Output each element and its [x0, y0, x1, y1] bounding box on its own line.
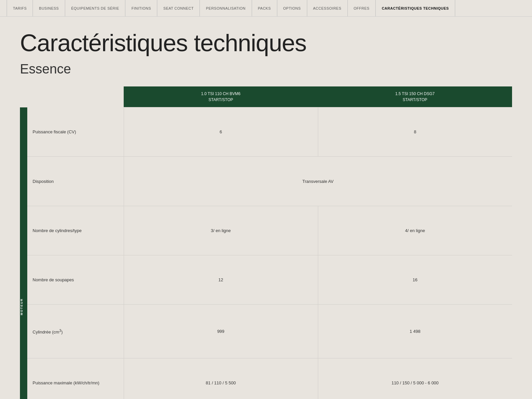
table-row: MOTEUR Puissance fiscale (CV) 6 8: [20, 107, 512, 157]
row-val2: 1 498: [318, 305, 512, 358]
row-label: Nombre de soupapes: [27, 255, 124, 305]
nav-tarifs[interactable]: TARIFS: [7, 0, 33, 16]
table-row: Disposition Transversale AV: [20, 157, 512, 206]
main-content: Caractéristiques techniques Essence 1.0 …: [0, 17, 532, 399]
moteur-category: MOTEUR: [20, 107, 27, 399]
nav-finitions[interactable]: FINITIONS: [125, 0, 157, 16]
nav-seat-connect[interactable]: SEAT CONNECT: [157, 0, 200, 16]
row-label: Puissance maximale (kW/ch/tr/mn): [27, 358, 124, 399]
row-label: Cylindrée (cm3): [27, 305, 124, 358]
nav-caracteristiques[interactable]: CARACTÉRISTIQUES TECHNIQUES: [376, 0, 455, 16]
nav-options[interactable]: OPTIONS: [277, 0, 307, 16]
col2-header: 1.5 TSI 150 CH DSG7START/STOP: [318, 86, 512, 107]
nav-accessoires[interactable]: ACCESSOIRES: [307, 0, 348, 16]
row-val1: 3/ en ligne: [124, 206, 318, 255]
row-label: Nombre de cylindres/type: [27, 206, 124, 255]
row-val1: 12: [124, 255, 318, 305]
top-navigation: TARIFS BUSINESS ÉQUIPEMENTS DE SÉRIE FIN…: [0, 0, 532, 17]
table-row: Cylindrée (cm3) 999 1 498: [20, 305, 512, 358]
table-header-row: 1.0 TSI 110 CH BVM6START/STOP 1.5 TSI 15…: [20, 86, 512, 107]
page-title: Caractéristiques techniques: [20, 30, 512, 56]
section-title: Essence: [20, 62, 512, 76]
row-val1: 81 / 110 / 5 500: [124, 358, 318, 399]
row-val1: 999: [124, 305, 318, 358]
row-val1: 6: [124, 107, 318, 157]
nav-business[interactable]: BUSINESS: [33, 0, 65, 16]
nav-personnalisation[interactable]: PERSONNALISATION: [200, 0, 252, 16]
row-val2: 4/ en ligne: [318, 206, 512, 255]
spec-table: 1.0 TSI 110 CH BVM6START/STOP 1.5 TSI 15…: [20, 86, 512, 399]
nav-packs[interactable]: PACKS: [252, 0, 277, 16]
table-row: Nombre de cylindres/type 3/ en ligne 4/ …: [20, 206, 512, 255]
row-val2: 8: [318, 107, 512, 157]
table-row: Nombre de soupapes 12 16: [20, 255, 512, 305]
table-row: Puissance maximale (kW/ch/tr/mn) 81 / 11…: [20, 358, 512, 399]
empty-header: [20, 86, 124, 107]
row-label: Disposition: [27, 157, 124, 206]
nav-offres[interactable]: OFFRES: [348, 0, 376, 16]
col1-header: 1.0 TSI 110 CH BVM6START/STOP: [124, 86, 318, 107]
nav-equipements[interactable]: ÉQUIPEMENTS DE SÉRIE: [65, 0, 125, 16]
row-label: Puissance fiscale (CV): [27, 107, 124, 157]
row-val2: 16: [318, 255, 512, 305]
row-val2: 110 / 150 / 5 000 - 6 000: [318, 358, 512, 399]
row-span-val: Transversale AV: [124, 157, 512, 206]
